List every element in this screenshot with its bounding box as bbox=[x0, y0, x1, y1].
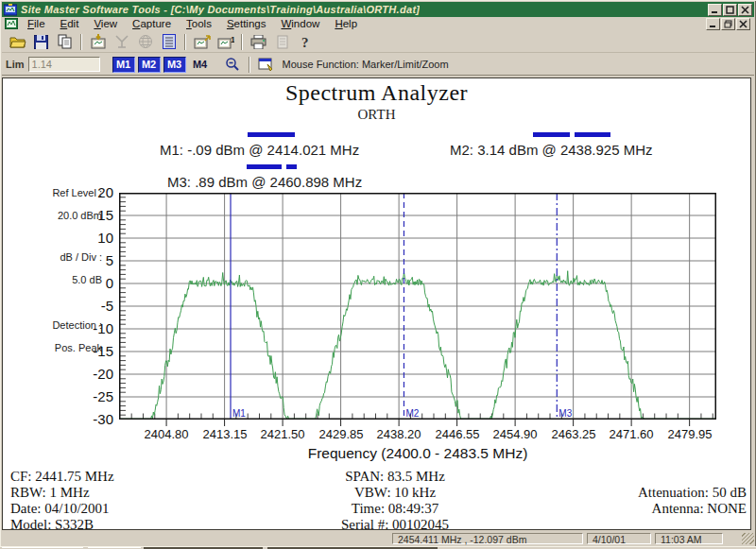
spectrum-plot[interactable]: M1M2M3 bbox=[119, 193, 716, 427]
y-axis-tick: -20 bbox=[77, 366, 113, 382]
plot-document: Spectrum Analyzer ORTH M1: -.09 dBm @ 24… bbox=[2, 77, 751, 530]
copy-button[interactable] bbox=[54, 32, 76, 52]
info-vbw: VBW: 10 kHz bbox=[239, 485, 551, 501]
menu-capture[interactable]: Capture bbox=[125, 18, 179, 29]
info-date: Date: 04/10/2001 bbox=[10, 501, 110, 517]
y-axis-tick: 15 bbox=[77, 207, 113, 223]
limit-segment bbox=[247, 164, 282, 169]
menu-tools[interactable]: Tools bbox=[179, 18, 219, 29]
capture-plot-icon bbox=[90, 34, 107, 49]
limit-label: Lim bbox=[6, 59, 25, 70]
info-span: SPAN: 83.5 MHz bbox=[239, 469, 551, 485]
info-serial: Serial #: 00102045 bbox=[239, 517, 551, 533]
y-axis-tick: -10 bbox=[77, 320, 113, 336]
y-axis-tick: 5 bbox=[77, 252, 113, 268]
main-toolbar: 1 ? bbox=[2, 31, 754, 53]
y-axis-tick: -30 bbox=[77, 411, 113, 427]
close-icon bbox=[741, 6, 749, 14]
svg-text:1: 1 bbox=[231, 35, 234, 44]
menu-settings[interactable]: Settings bbox=[219, 18, 274, 29]
menu-window[interactable]: Window bbox=[273, 18, 327, 29]
plot-export-icon bbox=[194, 35, 211, 49]
marker-label-m3: M3 bbox=[558, 408, 572, 419]
y-axis-tick: 10 bbox=[77, 230, 113, 246]
marker-m2-button[interactable]: M2 bbox=[138, 57, 161, 73]
info-antenna: Antenna: NONE bbox=[652, 501, 747, 517]
resize-grip[interactable] bbox=[742, 533, 754, 544]
child-close-button[interactable] bbox=[736, 18, 750, 30]
toolbar-separator bbox=[80, 34, 82, 50]
marker-m3-button[interactable]: M3 bbox=[163, 57, 186, 73]
marker-label-m2: M2 bbox=[405, 408, 419, 419]
report-button[interactable] bbox=[271, 32, 293, 52]
save-floppy-icon bbox=[34, 35, 48, 49]
x-axis-tick: 2421.50 bbox=[250, 427, 315, 441]
limit-value-input[interactable] bbox=[28, 57, 100, 72]
report-icon bbox=[277, 35, 288, 49]
page-subtitle: ORTH bbox=[3, 107, 750, 123]
minimize-button[interactable] bbox=[708, 4, 722, 16]
x-axis-tick: 2471.60 bbox=[599, 427, 663, 441]
app-window: Site Master Software Tools - [C:\My Docu… bbox=[0, 0, 756, 549]
info-rbw: RBW: 1 MHz bbox=[10, 485, 90, 501]
page-title: Spectrum Analyzer bbox=[3, 80, 750, 106]
info-time: Time: 08:49:37 bbox=[239, 501, 551, 517]
minimize-icon bbox=[711, 6, 719, 14]
status-bar: 2454.411 MHz , -12.097 dBm 4/10/01 11:03… bbox=[2, 532, 754, 545]
menu-edit[interactable]: Edit bbox=[53, 18, 87, 29]
child-close-icon bbox=[739, 20, 747, 28]
menu-help[interactable]: Help bbox=[327, 18, 365, 29]
single-capture-button[interactable]: 1 bbox=[215, 32, 236, 52]
marker-toolbar: Lim M1 M2 M3 M4 Mouse Function: Marker/L… bbox=[2, 54, 754, 76]
child-minimize-button[interactable] bbox=[706, 18, 720, 30]
menu-bar: File Edit View Capture Tools Settings Wi… bbox=[2, 17, 754, 30]
maximize-button[interactable] bbox=[723, 4, 737, 16]
limit-segment bbox=[533, 132, 570, 137]
info-attenuation: Attenuation: 50 dB bbox=[638, 485, 747, 501]
help-button[interactable]: ? bbox=[295, 32, 317, 52]
x-axis-tick: 2438.20 bbox=[367, 427, 431, 441]
document-icon bbox=[5, 18, 18, 29]
antenna-icon bbox=[114, 34, 129, 49]
zoom-out-button[interactable] bbox=[222, 55, 244, 75]
x-axis-tick: 2454.90 bbox=[483, 427, 547, 441]
help-icon: ? bbox=[301, 35, 312, 49]
open-folder-icon bbox=[9, 35, 26, 48]
menu-file[interactable]: File bbox=[20, 18, 53, 29]
print-button[interactable] bbox=[248, 32, 269, 52]
x-axis-tick: 2404.80 bbox=[134, 427, 198, 441]
marker-m4-button[interactable]: M4 bbox=[189, 57, 212, 73]
marker-m1-button[interactable]: M1 bbox=[112, 57, 135, 73]
antenna-setup-button[interactable] bbox=[111, 32, 132, 52]
svg-text:?: ? bbox=[301, 35, 309, 49]
mouse-function-icon bbox=[258, 58, 275, 72]
limit-segment bbox=[248, 132, 295, 137]
child-restore-button[interactable] bbox=[721, 18, 735, 30]
capture-to-pc-button[interactable] bbox=[87, 32, 109, 52]
database-button[interactable] bbox=[158, 32, 180, 52]
marker1-readout: M1: -.09 dBm @ 2414.021 MHz bbox=[160, 142, 359, 158]
x-axis-tick: 2463.25 bbox=[541, 427, 606, 441]
child-minimize-icon bbox=[709, 20, 717, 28]
toolbar-separator bbox=[184, 34, 186, 50]
web-update-button[interactable] bbox=[134, 32, 156, 52]
toolbar-separator bbox=[249, 57, 250, 73]
y-axis-tick: -5 bbox=[77, 298, 113, 314]
export-plot-button[interactable] bbox=[191, 32, 213, 52]
x-axis-label: Frequency (2400.0 - 2483.5 MHz) bbox=[119, 445, 716, 462]
status-time: 11:03 AM bbox=[655, 533, 723, 544]
y-axis-tick: 20 bbox=[77, 184, 113, 200]
save-button[interactable] bbox=[30, 32, 52, 52]
menu-view[interactable]: View bbox=[86, 18, 125, 29]
limit-segment bbox=[286, 164, 297, 169]
x-axis-tick: 2446.55 bbox=[425, 427, 490, 441]
marker2-readout: M2: 3.14 dBm @ 2438.925 MHz bbox=[450, 142, 653, 158]
y-axis-tick: -25 bbox=[77, 388, 113, 404]
open-file-button[interactable] bbox=[7, 32, 28, 52]
database-grid-icon bbox=[163, 34, 176, 49]
close-button[interactable] bbox=[738, 4, 752, 16]
marker-label-m1: M1 bbox=[232, 408, 246, 419]
globe-icon bbox=[138, 34, 153, 49]
y-axis-tick: 0 bbox=[77, 275, 113, 291]
app-icon bbox=[4, 4, 17, 16]
